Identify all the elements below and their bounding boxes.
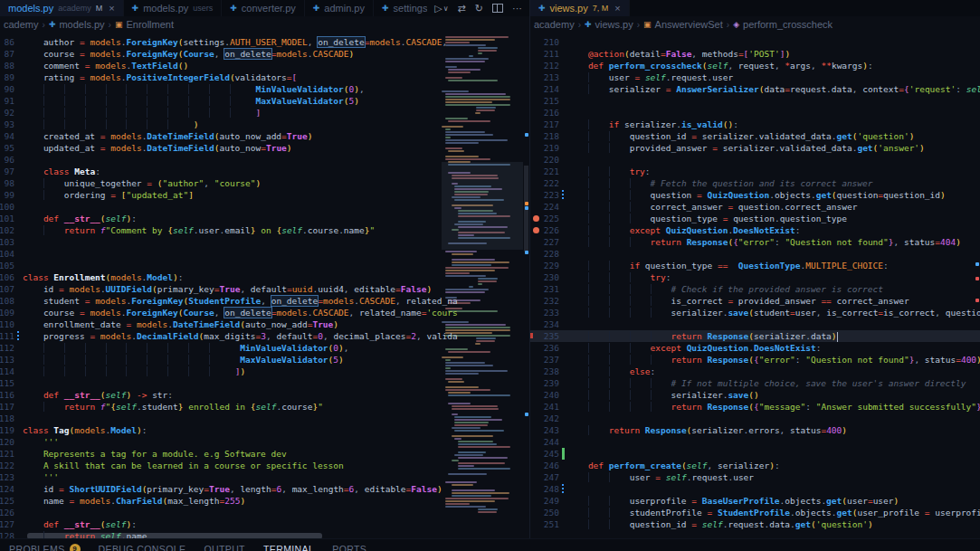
breakpoint-gutter[interactable] [530,507,541,518]
breadcrumb-item[interactable]: ▣Enrollment [115,19,174,30]
close-icon[interactable]: × [109,3,114,14]
breakpoint-gutter[interactable] [530,60,541,71]
code-line-117[interactable]: 117 return f"{self.student} enrolled in … [0,401,529,413]
line-number[interactable]: 244 [541,436,559,448]
breakpoint-gutter[interactable] [530,448,541,460]
breakpoint-gutter[interactable] [530,377,541,389]
line-number[interactable]: 92 [0,107,14,119]
line-number[interactable]: 117 [0,401,14,413]
code-line-236[interactable]: 236 except QuizQuestion.DoesNotExist: [530,342,980,354]
code-line-246[interactable]: 246 def perform_create(self, serializer)… [530,460,980,471]
code-line-249[interactable]: 249 userprofile = BaseUserProfile.object… [530,495,980,507]
code-line-103[interactable]: 103 [0,236,529,248]
line-number[interactable]: 96 [0,154,14,166]
line-number[interactable]: 223 [541,189,559,201]
code-line-126[interactable]: 126 [0,507,529,518]
breakpoint-gutter[interactable] [530,413,541,424]
code-line-241[interactable]: 241 return Response({"message": "Answer … [530,401,980,413]
line-number[interactable]: 110 [0,318,14,330]
breakpoint-gutter[interactable] [530,248,541,260]
line-number[interactable]: 216 [541,107,559,119]
line-number[interactable]: 112 [0,342,14,354]
line-number[interactable]: 227 [541,236,559,248]
line-number[interactable]: 109 [0,307,14,318]
breakpoint-gutter[interactable] [530,518,541,530]
breakpoint-gutter[interactable] [530,295,541,307]
line-number[interactable]: 234 [541,318,559,330]
code-line-237[interactable]: 237 return Response({"error": "Question … [530,354,980,366]
line-number[interactable]: 233 [541,307,559,318]
code-line-90[interactable]: 90 MinValueValidator(0), [0,83,529,95]
code-line-112[interactable]: 112 MinValueValidator(0), [0,342,529,354]
line-number[interactable]: 231 [541,283,559,295]
code-line-212[interactable]: 212 def perform_crosscheck(self, request… [530,60,980,71]
panel-tab-terminal[interactable]: TERMINAL [263,542,314,551]
code-line-114[interactable]: 114 ]) [0,366,529,377]
tab-admin-py[interactable]: ✚admin.py [305,0,374,16]
tab-models-py[interactable]: ✚models.pyusers [124,0,223,16]
line-number[interactable]: 102 [0,224,14,236]
line-number[interactable]: 114 [0,366,14,377]
code-line-245[interactable]: 245 [530,448,980,460]
code-line-219[interactable]: 219 provided_answer = serializer.validat… [530,142,980,154]
code-line-242[interactable]: 242 [530,413,980,424]
line-number[interactable]: 239 [541,377,559,389]
run-python-file-button[interactable]: ▷∨ [434,3,448,14]
breakpoint-gutter[interactable] [530,401,541,413]
code-line-122[interactable]: 122 A skill that can be learned in a cou… [0,460,529,471]
line-number[interactable]: 88 [0,60,14,71]
code-line-113[interactable]: 113 MaxValueValidator(5) [0,354,529,366]
code-line-231[interactable]: 231 # Check if the provided answer is co… [530,283,980,295]
code-line-97[interactable]: 97 class Meta: [0,166,529,177]
code-line-91[interactable]: 91 MaxValueValidator(5) [0,95,529,107]
line-number[interactable]: 232 [541,295,559,307]
line-number[interactable]: 237 [541,354,559,366]
line-number[interactable]: 124 [0,483,14,495]
line-number[interactable]: 101 [0,213,14,224]
code-line-214[interactable]: 214 serializer = AnswerSerializer(data=r… [530,83,980,95]
line-number[interactable]: 229 [541,260,559,271]
line-number[interactable]: 217 [541,119,559,130]
line-number[interactable]: 106 [0,271,14,283]
breadcrumb-item[interactable]: ✚models.py [49,19,105,30]
code-line-229[interactable]: 229 if question_type == QuestionType.MUL… [530,260,980,271]
code-line-109[interactable]: 109 course = models.ForeignKey(Course, o… [0,307,529,318]
breakpoint-gutter[interactable] [530,495,541,507]
more-actions-icon[interactable]: ··· [512,3,522,14]
line-number[interactable]: 98 [0,177,14,189]
breakpoint-gutter[interactable] [530,460,541,471]
code-line-232[interactable]: 232 is_correct = provided_answer == corr… [530,295,980,307]
code-line-87[interactable]: 87 course = models.ForeignKey(Course, on… [0,48,529,60]
line-number[interactable]: 238 [541,366,559,377]
line-number[interactable]: 210 [541,36,559,48]
code-line-107[interactable]: 107 id = models.UUIDField(primary_key=Tr… [0,283,529,295]
line-number[interactable]: 108 [0,295,14,307]
breakpoint-gutter[interactable] [530,201,541,213]
code-line-228[interactable]: 228 [530,248,980,260]
code-line-239[interactable]: 239 # If not multiple choice, save the u… [530,377,980,389]
line-number[interactable]: 236 [541,342,559,354]
code-line-247[interactable]: 247 user = self.request.user [530,471,980,483]
code-line-94[interactable]: 94 created_at = models.DateTimeField(aut… [0,130,529,142]
line-number[interactable]: 220 [541,154,559,166]
breakpoint-gutter[interactable] [530,366,541,377]
line-number[interactable]: 97 [0,166,14,177]
split-editor-icon[interactable] [492,4,503,13]
line-number[interactable]: 116 [0,389,14,401]
line-number[interactable]: 248 [541,483,559,495]
line-number[interactable]: 90 [0,83,14,95]
panel-tab-debug-console[interactable]: DEBUG CONSOLE [99,542,186,551]
breakpoint-icon[interactable] [530,213,541,224]
line-number[interactable]: 86 [0,36,14,48]
code-line-127[interactable]: 127 def __str__(self): [0,518,529,530]
code-line-215[interactable]: 215 [530,95,980,107]
line-number[interactable]: 118 [0,413,14,424]
code-line-106[interactable]: 106class Enrollment(models.Model): [0,271,529,283]
line-number[interactable]: 235 [541,330,559,342]
code-line-210[interactable]: 210 [530,36,980,48]
code-editor-views-py[interactable]: 210211 @action(detail=False, methods=['P… [530,33,980,551]
breakpoint-gutter[interactable] [530,307,541,318]
code-line-240[interactable]: 240 serializer.save() [530,389,980,401]
line-number[interactable]: 241 [541,401,559,413]
line-number[interactable]: 107 [0,283,14,295]
